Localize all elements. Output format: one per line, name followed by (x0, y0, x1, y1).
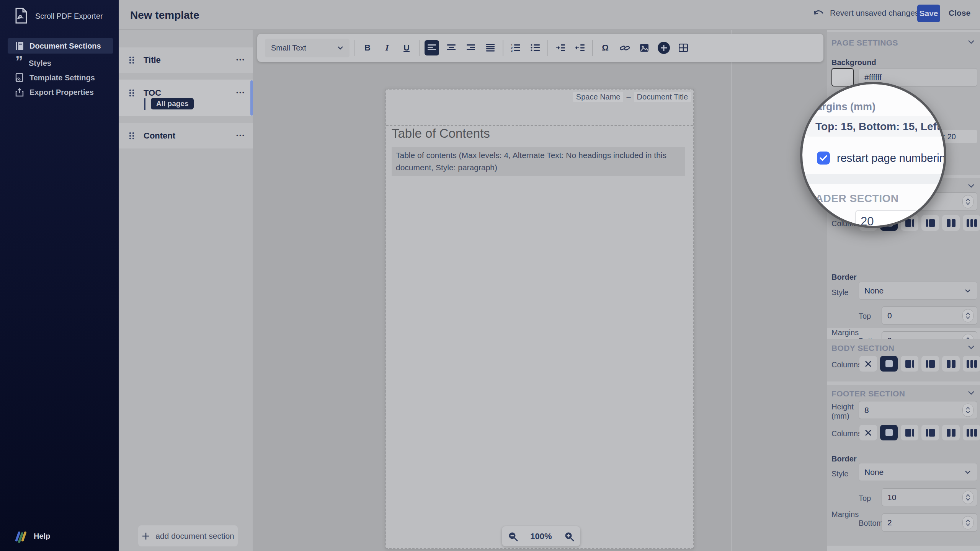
height-label: Height (831, 403, 854, 411)
style-label: Style (831, 469, 848, 478)
document-page-preview[interactable]: Space Name – Document Title Table of Con… (385, 89, 694, 549)
revert-unsaved-changes-button[interactable]: Revert unsaved changes (813, 8, 919, 18)
svg-text:1: 1 (511, 44, 513, 47)
underline-button[interactable]: U (399, 40, 414, 55)
columns-main-right-button[interactable] (901, 425, 918, 440)
stepper-control[interactable] (962, 491, 973, 504)
body-section-title: BODY SECTION (831, 344, 894, 353)
header-margin-top-input[interactable]: 0 (882, 306, 977, 324)
margins-group-label: Margins (831, 328, 859, 337)
stepper-control[interactable] (962, 309, 973, 322)
section-row-title[interactable]: Title ••• (119, 47, 253, 73)
bullet-list-button[interactable] (528, 40, 542, 55)
collapse-chevron-icon[interactable] (968, 184, 975, 188)
page-title: New template (130, 9, 199, 21)
collapse-chevron-icon[interactable] (968, 345, 975, 349)
editor-canvas: Small Text B I U 1 (253, 30, 827, 551)
zoom-control: 100% (502, 526, 580, 546)
collapse-chevron-icon[interactable] (968, 40, 975, 44)
space-name-token[interactable]: Space Name (573, 92, 624, 102)
columns-two-button[interactable] (942, 356, 960, 372)
section-label: Title (144, 55, 161, 65)
help-label: Help (34, 532, 50, 541)
background-color-swatch[interactable] (831, 68, 854, 86)
columns-three-button[interactable] (963, 356, 980, 372)
columns-three-button[interactable] (963, 425, 980, 440)
section-menu-button[interactable]: ••• (236, 90, 245, 96)
text-style-select[interactable]: Small Text (265, 39, 350, 57)
canvas-scroll-divider (731, 30, 732, 551)
all-pages-badge: All pages (151, 98, 194, 109)
lens-card-divider (802, 174, 944, 184)
columns-two-button[interactable] (942, 215, 960, 231)
ordered-list-button[interactable]: 123 (508, 40, 523, 55)
collapse-chevron-icon[interactable] (968, 391, 975, 395)
link-button[interactable] (617, 40, 632, 55)
stepper-control[interactable] (962, 195, 973, 208)
lens-restart-checkbox[interactable] (817, 152, 830, 165)
zoom-in-icon[interactable] (564, 531, 574, 541)
align-left-button[interactable] (425, 40, 439, 55)
close-button[interactable]: Close (949, 8, 970, 18)
pdf-file-icon (13, 8, 28, 24)
help-button[interactable]: Help (14, 529, 50, 543)
document-sections-icon (15, 41, 24, 51)
zoom-out-icon[interactable] (508, 531, 518, 541)
align-right-button[interactable] (464, 40, 478, 55)
indent-button[interactable] (553, 40, 568, 55)
sidebar-item-styles[interactable]: ” Styles (8, 57, 113, 70)
columns-left-main-button[interactable] (921, 215, 939, 231)
save-button[interactable]: Save (917, 5, 940, 22)
add-document-section-button[interactable]: add document section (138, 525, 238, 546)
columns-left-main-button[interactable] (921, 425, 939, 440)
toc-placeholder-block[interactable]: Table of contents (Max levels: 4, Altern… (392, 147, 685, 176)
stepper-control[interactable] (962, 516, 973, 529)
columns-none-button[interactable] (859, 356, 877, 372)
bottom-label: Bottom (859, 519, 883, 528)
section-label: TOC (144, 88, 161, 98)
undo-icon (813, 8, 825, 18)
footer-height-value: 8 (864, 406, 869, 415)
columns-left-main-button[interactable] (921, 356, 939, 372)
insert-element-button[interactable] (657, 40, 671, 55)
toolbar-divider (419, 40, 420, 56)
sidebar-item-document-sections[interactable]: Document Sections (8, 38, 113, 54)
columns-single-button[interactable] (880, 425, 898, 440)
columns-three-button[interactable] (963, 215, 980, 231)
columns-none-button[interactable] (859, 425, 877, 440)
lens-restart-label: restart page numbering (837, 152, 946, 165)
section-row-content[interactable]: Content ••• (119, 123, 253, 148)
template-settings-icon (15, 73, 24, 82)
footer-section-card: FOOTER SECTION Height (mm) 8 Columns Bo (827, 385, 980, 546)
columns-single-button[interactable] (880, 356, 898, 372)
bold-button[interactable]: B (360, 40, 375, 55)
justify-button[interactable] (483, 40, 498, 55)
italic-button[interactable]: I (380, 40, 394, 55)
toolbar-divider (547, 40, 548, 56)
app-logo-row: Scroll PDF Exporter (13, 8, 113, 24)
columns-two-button[interactable] (942, 425, 960, 440)
document-title-token[interactable]: Document Title (634, 92, 691, 102)
align-center-button[interactable] (444, 40, 459, 55)
footer-height-input[interactable]: 8 (859, 401, 977, 419)
drag-handle-icon[interactable] (129, 89, 135, 97)
header-border-style-select[interactable]: None (859, 282, 977, 300)
footer-border-style-select[interactable]: None (859, 463, 977, 481)
drag-handle-icon[interactable] (129, 132, 135, 140)
stepper-control[interactable] (962, 403, 973, 417)
sidebar-item-export-properties[interactable]: Export Properties (8, 86, 113, 99)
columns-main-right-button[interactable] (901, 356, 918, 372)
table-button[interactable] (676, 40, 691, 55)
margin-top-value: 10 (887, 493, 896, 502)
special-character-button[interactable]: Ω (598, 40, 612, 55)
section-menu-button[interactable]: ••• (236, 132, 245, 139)
outdent-button[interactable] (573, 40, 587, 55)
footer-margin-bottom-input[interactable]: 2 (882, 514, 977, 531)
sidebar-item-template-settings[interactable]: Template Settings (8, 71, 113, 84)
image-button[interactable] (637, 40, 652, 55)
footer-margin-top-input[interactable]: 10 (882, 488, 977, 506)
border-label: Border (831, 273, 857, 282)
section-row-toc[interactable]: TOC ••• All pages (119, 80, 253, 116)
drag-handle-icon[interactable] (129, 56, 135, 64)
section-menu-button[interactable]: ••• (236, 57, 245, 63)
